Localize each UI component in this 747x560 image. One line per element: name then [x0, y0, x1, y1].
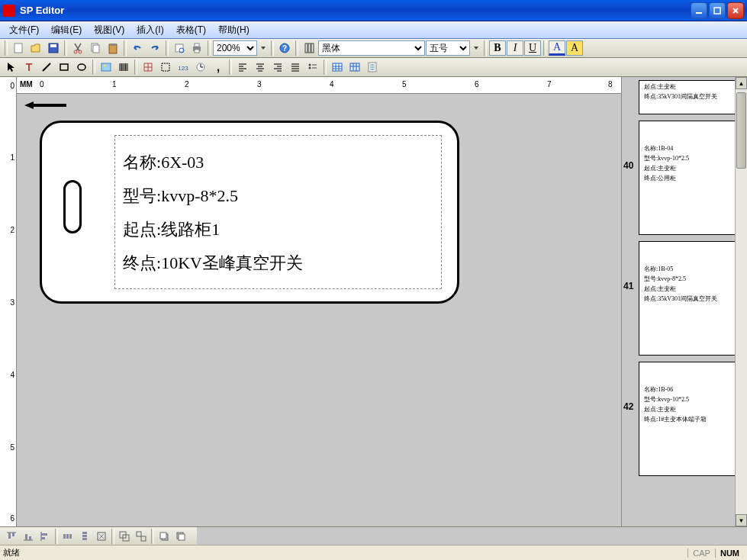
menu-view[interactable]: 视图(V) [88, 22, 130, 38]
svg-point-32 [309, 67, 311, 69]
card-line-name: 名称:6X-03 [123, 151, 433, 174]
distribute-h-button[interactable] [60, 528, 76, 545]
zoom-combo[interactable]: 200% [213, 40, 257, 56]
maximize-button[interactable] [709, 2, 726, 19]
align-justify-button[interactable] [287, 59, 304, 76]
numbering-tool[interactable]: 123 [175, 59, 192, 76]
svg-rect-39 [12, 533, 14, 536]
svg-rect-15 [195, 50, 199, 53]
scroll-up-button[interactable]: ▲ [736, 77, 747, 89]
line-tool[interactable] [38, 59, 55, 76]
thumbnail-line: 名称:1B-05 [644, 265, 733, 273]
close-button[interactable] [727, 2, 744, 19]
text-tool[interactable]: T [21, 59, 37, 76]
send-back-button[interactable] [172, 528, 189, 545]
toolbar-draw: T 123 , [0, 58, 747, 77]
thumbnail-number: 42 [623, 401, 633, 412]
canvas[interactable]: 名称:6X-03 型号:kvvp-8*2.5 起点:线路柜1 终点:10KV圣峰… [17, 94, 621, 526]
align-top-button[interactable] [3, 528, 20, 545]
svg-rect-8 [93, 45, 99, 53]
menu-file[interactable]: 文件(F) [3, 22, 45, 38]
svg-rect-0 [696, 12, 702, 14]
underline-button[interactable]: U [524, 40, 541, 56]
vertical-ruler: 0 1 2 3 4 5 6 [0, 77, 17, 526]
thumbnail-preview[interactable]: 名称:1B-05型号:kvvp-8*2.5起点:主变柜终点:35kV301间隔真… [639, 241, 738, 356]
svg-rect-42 [29, 536, 31, 540]
menu-edit[interactable]: 编辑(E) [45, 22, 88, 38]
thumbnail-preview[interactable]: 名称:1B-06型号:kvvp-10*2.5起点:主变柜终点:1#主变本体端子箱 [639, 362, 738, 476]
properties-button[interactable] [364, 59, 381, 76]
comma-tool[interactable]: , [210, 59, 227, 76]
save-button[interactable] [45, 40, 62, 56]
new-button[interactable] [10, 40, 27, 56]
clock-tool[interactable] [192, 59, 209, 76]
window-title: SP Editor [20, 5, 691, 16]
thumbnail-item[interactable]: 起点:主变柜终点:35kV301间隔真空开关 [625, 80, 744, 114]
label-card[interactable]: 名称:6X-03 型号:kvvp-8*2.5 起点:线路柜1 终点:10KV圣峰… [40, 121, 459, 304]
bullets-button[interactable] [304, 59, 321, 76]
fontcolor-button[interactable]: A [549, 40, 565, 56]
thumbnail-item[interactable]: 41名称:1B-05型号:kvvp-8*2.5起点:主变柜终点:35kV301间… [625, 241, 744, 356]
align-bottom-button[interactable] [20, 528, 37, 545]
italic-button[interactable]: I [507, 40, 523, 56]
columns-button[interactable] [301, 40, 317, 56]
svg-rect-23 [60, 64, 68, 70]
help-button[interactable]: ? [276, 40, 293, 56]
print-button[interactable] [188, 40, 205, 56]
menu-table[interactable]: 表格(T) [170, 22, 212, 38]
ellipse-tool[interactable] [73, 59, 90, 76]
thumbnail-line: 终点:公用柜 [644, 174, 733, 182]
paste-button[interactable] [105, 40, 121, 56]
print-preview-button[interactable] [171, 40, 188, 56]
align-vleft-button[interactable] [37, 528, 53, 545]
ungroup-button[interactable] [133, 528, 150, 545]
same-size-button[interactable] [93, 528, 110, 545]
svg-rect-4 [50, 44, 56, 47]
select-tool[interactable] [157, 59, 174, 76]
align-left-button[interactable] [234, 59, 251, 76]
thumbnail-line: 起点:主变柜 [644, 285, 733, 293]
card-text-frame[interactable]: 名称:6X-03 型号:kvvp-8*2.5 起点:线路柜1 终点:10KV圣峰… [114, 135, 442, 289]
table2-button[interactable] [346, 59, 363, 76]
size-combo[interactable]: 五号 [426, 40, 470, 56]
scroll-down-button[interactable]: ▼ [736, 514, 747, 526]
table-button[interactable] [329, 59, 346, 76]
zoom-dropdown-button[interactable] [258, 40, 269, 56]
size-dropdown-button[interactable] [471, 40, 481, 56]
open-button[interactable] [27, 40, 44, 56]
rect-tool[interactable] [56, 59, 72, 76]
bold-button[interactable]: B [489, 40, 506, 56]
highlight-button[interactable]: A [566, 40, 583, 56]
align-right-button[interactable] [269, 59, 286, 76]
svg-rect-56 [141, 536, 146, 541]
cut-button[interactable] [69, 40, 86, 56]
align-center-button[interactable] [252, 59, 269, 76]
minimize-button[interactable] [691, 2, 707, 19]
scrollbar-vertical[interactable]: ▲ ▼ [735, 77, 747, 526]
pointer-tool[interactable] [3, 59, 20, 76]
thumbnail-line: 名称:1B-06 [644, 385, 733, 394]
status-text: 就绪 [3, 547, 687, 558]
menu-insert[interactable]: 插入(I) [130, 22, 169, 38]
copy-button[interactable] [87, 40, 104, 56]
thumbnail-item[interactable]: 40名称:1B-04型号:kvvp-10*2.5起点:主变柜终点:公用柜 [625, 121, 744, 235]
distribute-v-button[interactable] [76, 528, 93, 545]
barcode-tool[interactable] [115, 59, 132, 76]
undo-button[interactable] [129, 40, 146, 56]
svg-rect-48 [69, 534, 72, 539]
svg-point-5 [74, 50, 77, 53]
svg-point-24 [78, 64, 85, 70]
svg-rect-35 [350, 63, 359, 71]
image-tool[interactable] [98, 59, 114, 76]
thumbnail-preview[interactable]: 起点:主变柜终点:35kV301间隔真空开关 [639, 80, 738, 114]
redo-button[interactable] [147, 40, 163, 56]
grid-tool[interactable] [140, 59, 156, 76]
thumbnail-item[interactable]: 42名称:1B-06型号:kvvp-10*2.5起点:主变柜终点:1#主变本体端… [625, 362, 744, 476]
font-combo[interactable]: 黑体 [318, 40, 425, 56]
scroll-thumb[interactable] [736, 92, 746, 169]
svg-rect-20 [311, 43, 314, 53]
group-button[interactable] [116, 528, 133, 545]
menu-help[interactable]: 帮助(H) [212, 22, 256, 38]
bring-front-button[interactable] [156, 528, 172, 545]
thumbnail-preview[interactable]: 名称:1B-04型号:kvvp-10*2.5起点:主变柜终点:公用柜 [639, 121, 738, 235]
